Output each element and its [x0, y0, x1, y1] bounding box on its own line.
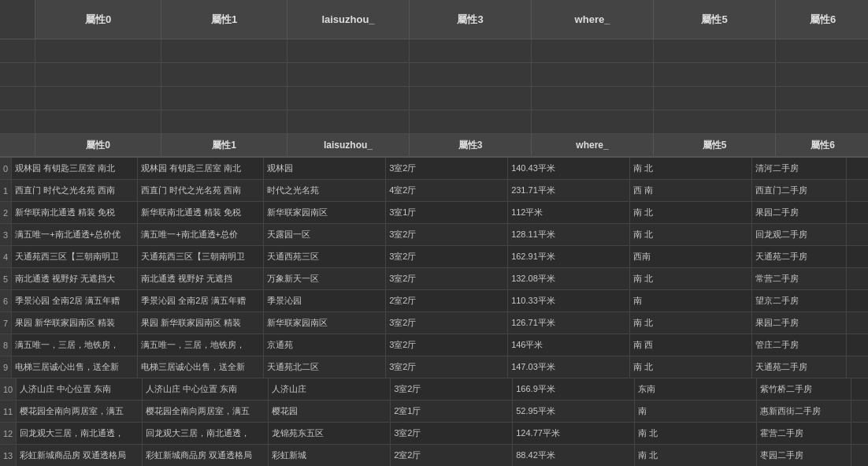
data-col-header-6: 屬性6	[776, 134, 868, 156]
filter-row-3	[0, 87, 868, 110]
table-row[interactable]: 1西直门 时代之光名苑 西南西直门 时代之光名苑 西南时代之光名苑4室2厅 23…	[0, 180, 868, 202]
cell-col4: 162.91平米	[508, 246, 630, 267]
row-index: 13	[0, 445, 17, 466]
cell-col3: 2室2厅	[391, 445, 513, 466]
cell-col1: 南北通透 视野好 无遮挡	[138, 268, 264, 289]
cell-col1: 满五唯一，三居，地铁房，	[138, 334, 264, 356]
cell-col2: 人济山庄	[269, 378, 391, 400]
cell-col2: 季景沁园	[264, 290, 386, 311]
cell-col1: 西直门 时代之光名苑 西南	[138, 180, 264, 201]
row-index: 2	[0, 202, 12, 223]
data-col-header-1: 屬性1	[161, 134, 287, 156]
cell-col3: 3室2厅	[386, 224, 508, 245]
cell-col1: 彩虹新城商品房 双通透格局	[143, 445, 269, 466]
cell-col2: 天通苑北二区	[264, 356, 386, 378]
table-row[interactable]: 10人济山庄 中心位置 东南人济山庄 中心位置 东南人济山庄3室2厅 166.9…	[0, 378, 868, 401]
cell-col0: 新华联南北通透 精装 免税	[12, 202, 138, 223]
app-container: 屬性0 屬性1 laisuzhou_ 屬性3 where_ 屬性5 屬性6	[0, 0, 868, 466]
cell-col1: 人济山庄 中心位置 东南	[143, 378, 269, 400]
filter-row-4	[0, 110, 868, 134]
cell-col5: 南 北	[630, 312, 752, 334]
cell-col3: 2室2厅	[386, 290, 508, 311]
table-row[interactable]: 0观林园 有钥匙三居室 南北观林园 有钥匙三居室 南北观林园3室2厅 140.4…	[0, 158, 868, 180]
cell-col5: 南 北	[635, 445, 757, 466]
col-header-2: laisuzhou_	[287, 0, 410, 39]
table-row[interactable]: 2新华联南北通透 精装 免税新华联南北通透 精装 免税新华联家园南区3室1厅 1…	[0, 202, 868, 224]
cell-col6: 天通苑二手房	[752, 246, 847, 267]
cell-col2: 天露园一区	[264, 224, 386, 245]
cell-col6: 霍营二手房	[757, 423, 851, 444]
data-col-header-2: laisuzhou_	[287, 134, 410, 156]
cell-col3: 3室2厅	[386, 158, 508, 179]
row-index: 7	[0, 312, 12, 334]
cell-col1: 天通苑西三区【三朝南明卫	[138, 246, 264, 267]
cell-col4: 147.03平米	[508, 356, 630, 378]
cell-col0: 西直门 时代之光名苑 西南	[12, 180, 138, 201]
cell-col0: 观林园 有钥匙三居室 南北	[12, 158, 138, 179]
col-header-6: 屬性6	[776, 0, 868, 39]
cell-col5: 东南	[635, 378, 757, 400]
cell-col1: 果园 新华联家园南区 精装	[138, 312, 264, 334]
cell-col5: 南 北	[630, 158, 752, 179]
cell-col1: 樱花园全南向两居室，满五	[143, 401, 269, 422]
table-row[interactable]: 7果园 新华联家园南区 精装果园 新华联家园南区 精装新华联家园南区3室2厅 1…	[0, 312, 868, 334]
col-header-4: where_	[532, 0, 654, 39]
cell-col3: 3室2厅	[386, 356, 508, 378]
cell-col0: 南北通透 视野好 无遮挡大	[12, 268, 138, 289]
cell-col2: 京通苑	[264, 334, 386, 356]
row-index: 11	[0, 401, 17, 422]
cell-col4: 231.71平米	[508, 180, 630, 201]
cell-col0: 回龙观大三居，南北通透，	[17, 423, 143, 444]
cell-col5: 南 北	[630, 202, 752, 223]
cell-col4: 132.08平米	[508, 268, 630, 289]
cell-col6: 惠新西街二手房	[757, 401, 851, 422]
cell-col2: 天通西苑三区	[264, 246, 386, 267]
cell-col2: 龙锦苑东五区	[269, 423, 391, 444]
cell-col4: 166.9平米	[513, 378, 635, 400]
cell-col0: 满五唯一+南北通透+总价优	[12, 224, 138, 245]
cell-col6: 望京二手房	[752, 290, 847, 311]
cell-col2: 万象新天一区	[264, 268, 386, 289]
cell-col6: 西直门二手房	[752, 180, 847, 201]
cell-col5: 南	[630, 290, 752, 311]
cell-col4: 124.77平米	[513, 423, 635, 444]
data-col-header-3: 屬性3	[410, 134, 532, 156]
col-header-0: 屬性0	[35, 0, 161, 39]
top-header-row: 屬性0 屬性1 laisuzhou_ 屬性3 where_ 屬性5 屬性6	[0, 0, 868, 39]
cell-col3: 3室2厅	[386, 334, 508, 356]
table-row[interactable]: 5南北通透 视野好 无遮挡大南北通透 视野好 无遮挡万象新天一区3室2厅 132…	[0, 268, 868, 290]
cell-col2: 观林园	[264, 158, 386, 179]
filter-row-1	[0, 39, 868, 63]
table-row[interactable]: 13彩虹新城商品房 双通透格局彩虹新城商品房 双通透格局彩虹新城2室2厅 88.…	[0, 445, 868, 466]
cell-col2: 彩虹新城	[269, 445, 391, 466]
row-index: 6	[0, 290, 12, 311]
col-header-3: 屬性3	[410, 0, 532, 39]
table-row[interactable]: 4天通苑西三区【三朝南明卫天通苑西三区【三朝南明卫天通西苑三区3室2厅 162.…	[0, 246, 868, 268]
table-row[interactable]: 3满五唯一+南北通透+总价优满五唯一+南北通透+总价天露园一区3室2厅 128.…	[0, 224, 868, 246]
table-row[interactable]: 6季景沁园 全南2居 满五年赠季景沁园 全南2居 满五年赠季景沁园2室2厅 11…	[0, 290, 868, 312]
cell-col3: 3室2厅	[391, 378, 513, 400]
cell-col4: 52.95平米	[513, 401, 635, 422]
row-index: 8	[0, 334, 12, 356]
cell-col6: 清河二手房	[752, 158, 847, 179]
cell-col0: 满五唯一，三居，地铁房，	[12, 334, 138, 356]
data-col-header-0: 屬性0	[35, 134, 161, 156]
cell-col4: 128.11平米	[508, 224, 630, 245]
cell-col4: 112平米	[508, 202, 630, 223]
cell-col1: 观林园 有钥匙三居室 南北	[138, 158, 264, 179]
row-index: 12	[0, 423, 17, 444]
cell-col3: 3室2厅	[391, 423, 513, 444]
cell-col0: 彩虹新城商品房 双通透格局	[17, 445, 143, 466]
cell-col2: 樱花园	[269, 401, 391, 422]
cell-col1: 季景沁园 全南2居 满五年赠	[138, 290, 264, 311]
data-table-section: 屬性0 屬性1 laisuzhou_ 屬性3 where_ 屬性5 屬性6 0观…	[0, 134, 868, 466]
cell-col0: 电梯三居诚心出售，送全新	[12, 356, 138, 378]
table-row[interactable]: 9电梯三居诚心出售，送全新电梯三居诚心出售，送全新天通苑北二区3室2厅 147.…	[0, 356, 868, 378]
table-row[interactable]: 12回龙观大三居，南北通透，回龙观大三居，南北通透，龙锦苑东五区3室2厅 124…	[0, 423, 868, 445]
table-row[interactable]: 11樱花园全南向两居室，满五樱花园全南向两居室，满五樱花园2室1厅 52.95平…	[0, 401, 868, 423]
cell-col3: 3室2厅	[386, 312, 508, 334]
cell-col3: 4室2厅	[386, 180, 508, 201]
table-row[interactable]: 8满五唯一，三居，地铁房，满五唯一，三居，地铁房，京通苑3室2厅 146平米 南…	[0, 334, 868, 356]
data-col-header-5: 屬性5	[654, 134, 776, 156]
cell-col4: 110.33平米	[508, 290, 630, 311]
